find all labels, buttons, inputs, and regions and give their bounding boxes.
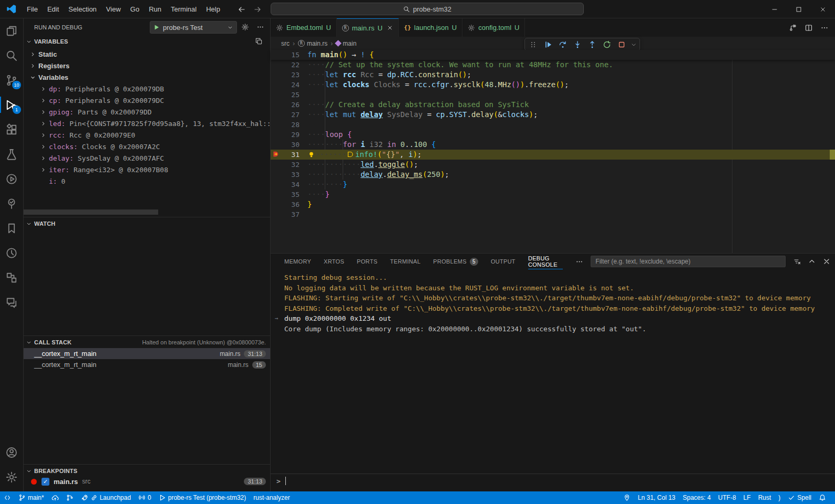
variable-row-cp[interactable]: cp: Peripherals @ 0x200079DC: [24, 94, 270, 106]
code-line-34[interactable]: 34········}: [271, 180, 835, 190]
compare-changes-icon[interactable]: [789, 24, 797, 32]
code-line-23[interactable]: 23····let rcc Rcc = dp.RCC.constrain();: [271, 70, 835, 80]
menu-view[interactable]: View: [101, 3, 126, 15]
step-over-button[interactable]: [556, 39, 569, 50]
step-out-button[interactable]: [586, 39, 599, 50]
console-filter-input[interactable]: [591, 256, 786, 267]
activity-item-run-debug[interactable]: 1: [0, 92, 24, 117]
split-editor-icon[interactable]: [805, 24, 813, 32]
variable-row-led[interactable]: led: Pin<{CONST#9717825f70d95aa8}, 13, s…: [24, 118, 270, 129]
status-pin-indicator[interactable]: [620, 491, 634, 504]
debug-console-input[interactable]: >: [271, 474, 835, 488]
clear-console-icon[interactable]: [793, 257, 801, 266]
activity-item-timer[interactable]: [0, 240, 24, 265]
continue-button[interactable]: [542, 39, 554, 50]
activity-item-comments[interactable]: [0, 290, 24, 314]
code-line-35[interactable]: 35····}: [271, 190, 835, 200]
panel-tab-ports[interactable]: PORTS: [357, 254, 377, 269]
restart-button[interactable]: [601, 39, 613, 50]
callstack-frame[interactable]: __cortex_m_rt_mainmain.rs31:13: [24, 348, 270, 359]
code-line-24[interactable]: 24····let clocks Clocks = rcc.cfgr.syscl…: [271, 80, 835, 90]
panel-tab-terminal[interactable]: TERMINAL: [390, 254, 420, 269]
code-line-37[interactable]: 37: [271, 209, 835, 219]
menu-go[interactable]: Go: [126, 3, 144, 15]
start-debug-icon[interactable]: [153, 24, 160, 30]
variable-row-i[interactable]: i: 0: [24, 175, 270, 187]
status-encoding[interactable]: UTF-8: [715, 491, 740, 504]
status-notifications[interactable]: [815, 491, 830, 504]
breadcrumb[interactable]: src›Rmain.rs›main: [281, 40, 356, 47]
status-indentation[interactable]: Spaces: 4: [679, 491, 714, 504]
status-eol[interactable]: LF: [740, 491, 755, 504]
variables-section-header[interactable]: VARIABLES: [24, 36, 270, 47]
code-line-29[interactable]: 29····loop {: [271, 130, 835, 140]
variable-row-dp[interactable]: dp: Peripherals @ 0x200079DB: [24, 83, 270, 94]
activity-item-extensions[interactable]: [0, 117, 24, 142]
menu-terminal[interactable]: Terminal: [166, 3, 201, 15]
status-cursor-position[interactable]: Ln 31, Col 13: [634, 491, 679, 504]
code-line-27[interactable]: 27····let mut delay SysDelay = cp.SYST.d…: [271, 110, 835, 120]
debug-settings-gear-icon[interactable]: [241, 23, 249, 31]
callstack-frame[interactable]: __cortex_m_rt_mainmain.rs15: [24, 359, 270, 370]
menu-edit[interactable]: Edit: [43, 3, 64, 15]
status-launchpad[interactable]: Launchpad: [77, 491, 135, 504]
code-line-36[interactable]: 36}: [271, 200, 835, 209]
back-arrow-icon[interactable]: [238, 5, 246, 14]
menu-file[interactable]: File: [22, 3, 43, 15]
status-ports-forwarded[interactable]: 0: [135, 491, 155, 504]
code-line-15[interactable]: 15fn main() → ! {: [271, 50, 835, 60]
activity-item-settings[interactable]: [0, 465, 24, 489]
panel-tab-problems[interactable]: PROBLEMS5: [433, 254, 478, 269]
variable-row-delay[interactable]: delay: SysDelay @ 0x20007AFC: [24, 152, 270, 164]
activity-item-account[interactable]: [0, 440, 24, 465]
code-line-30[interactable]: 30········for i i32 in 0..100 {: [271, 140, 835, 150]
maximize-panel-chevron-icon[interactable]: [808, 257, 816, 266]
launch-config-dropdown[interactable]: probe-rs Test: [150, 21, 237, 34]
close-panel-icon[interactable]: [822, 257, 831, 266]
sidebar-more-icon[interactable]: [256, 23, 264, 31]
close-window-icon[interactable]: [811, 0, 835, 18]
status-analyzer-status-glyph[interactable]: ): [775, 491, 784, 504]
maximize-icon[interactable]: [787, 0, 811, 18]
activity-item-todo-tree[interactable]: [0, 191, 24, 216]
step-into-button[interactable]: [571, 39, 584, 50]
variables-group-variables[interactable]: Variables: [24, 71, 270, 83]
code-line-28[interactable]: 28: [271, 120, 835, 130]
menu-selection[interactable]: Selection: [64, 3, 101, 15]
forward-arrow-icon[interactable]: [253, 5, 262, 14]
breakpoint-item[interactable]: ✓ main.rs src 31:13: [24, 476, 270, 487]
status-rust-analyzer-status[interactable]: rust-analyzer: [250, 491, 293, 504]
code-line-32[interactable]: 32············led.toggle();: [271, 160, 835, 170]
variable-row-gpiog[interactable]: gpiog: Parts @ 0x200079DD: [24, 106, 270, 118]
callstack-section-header[interactable]: CALL STACK Halted on breakpoint (Unknown…: [24, 335, 270, 347]
panel-tab-output[interactable]: OUTPUT: [491, 254, 516, 269]
watch-section-header[interactable]: WATCH: [24, 217, 270, 228]
panel-tab-debug-console[interactable]: DEBUG CONSOLE: [528, 254, 563, 269]
tab-main-rs[interactable]: Rmain.rsU: [337, 18, 399, 37]
activity-item-search[interactable]: [0, 43, 24, 68]
breakpoints-section-header[interactable]: BREAKPOINTS: [24, 464, 270, 476]
status-git-graph[interactable]: [63, 491, 77, 504]
activity-item-explorer[interactable]: [0, 18, 24, 43]
status-debug-session[interactable]: probe-rs Test (probe-stm32): [155, 491, 250, 504]
debug-console-output[interactable]: Starting debug session...No logging data…: [271, 270, 835, 470]
close-tab-icon[interactable]: [387, 25, 393, 31]
chevron-down-icon[interactable]: [630, 39, 637, 50]
command-center-search[interactable]: probe-stm32: [271, 3, 584, 15]
code-line-31[interactable]: 31·······info!("{}", i);: [271, 150, 835, 160]
activity-item-project-boxes[interactable]: [0, 265, 24, 290]
variables-group-static[interactable]: Static: [24, 48, 270, 60]
stop-button[interactable]: [615, 39, 628, 50]
code-editor[interactable]: 22····// Set up the system clock. We wan…: [271, 50, 835, 253]
activity-item-bookmarks[interactable]: [0, 216, 24, 240]
variable-row-iter[interactable]: iter: Range<i32> @ 0x20007B08: [24, 164, 270, 175]
status-spell-checker[interactable]: Spell: [784, 491, 815, 504]
horizontal-scrollbar[interactable]: [24, 209, 158, 215]
panel-tab-memory[interactable]: MEMORY: [284, 254, 311, 269]
panel-tab-xrtos[interactable]: XRTOS: [324, 254, 344, 269]
breadcrumb-item-src[interactable]: src: [281, 40, 290, 47]
breadcrumb-item-main-rs[interactable]: Rmain.rs: [298, 40, 327, 47]
activity-item-source-control[interactable]: 10: [0, 68, 24, 92]
lightbulb-icon[interactable]: [307, 151, 315, 159]
activity-item-testing[interactable]: [0, 142, 24, 166]
